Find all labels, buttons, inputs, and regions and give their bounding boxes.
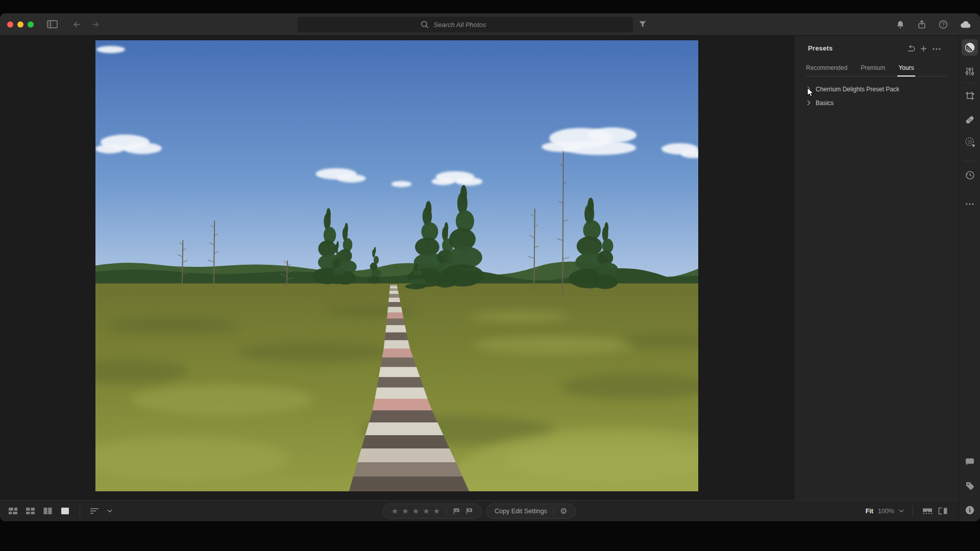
tool-versions-clock-icon[interactable] bbox=[964, 169, 975, 181]
divider bbox=[913, 506, 913, 517]
titlebar: ? bbox=[0, 13, 980, 36]
presets-tabs: Recommended Premium Yours bbox=[806, 36, 947, 77]
tool-healing-icon[interactable] bbox=[964, 114, 975, 126]
content-area: Presets Recommended bbox=[0, 36, 959, 521]
notifications-bell-icon[interactable] bbox=[895, 19, 905, 30]
forward-arrow-icon[interactable] bbox=[90, 20, 101, 29]
close-window-button[interactable] bbox=[7, 21, 13, 28]
preset-group-basics[interactable]: Basics bbox=[795, 96, 959, 110]
copy-edit-settings-button[interactable]: Copy Edit Settings bbox=[495, 508, 547, 515]
lightroom-window: ? bbox=[0, 13, 980, 521]
share-icon[interactable] bbox=[917, 19, 927, 30]
filmstrip-toggle-icon[interactable] bbox=[922, 507, 933, 515]
copy-edit-settings-group: Copy Edit Settings ⚙ bbox=[486, 504, 576, 519]
before-after-view-icon[interactable] bbox=[938, 507, 948, 515]
tab-recommended[interactable]: Recommended bbox=[806, 64, 847, 71]
info-icon[interactable]: i bbox=[964, 505, 975, 516]
zoom-chevron-down-icon[interactable] bbox=[899, 509, 904, 513]
star-icon[interactable]: ★ bbox=[391, 507, 398, 515]
filter-icon[interactable] bbox=[638, 20, 647, 29]
search-bar[interactable] bbox=[298, 17, 633, 32]
search-icon bbox=[421, 20, 429, 29]
tool-presets-icon[interactable] bbox=[962, 39, 978, 56]
tab-yours[interactable]: Yours bbox=[898, 64, 914, 71]
cloud-sync-icon[interactable] bbox=[960, 19, 972, 30]
rating-flag-group: ★★★★★ bbox=[383, 504, 482, 519]
tool-edit-sliders-icon[interactable] bbox=[964, 66, 975, 77]
svg-text:?: ? bbox=[942, 22, 945, 28]
keywords-tag-icon[interactable] bbox=[964, 480, 975, 491]
divider bbox=[553, 507, 554, 515]
chevron-right-icon bbox=[807, 86, 811, 92]
star-icon[interactable]: ★ bbox=[402, 507, 408, 515]
divider bbox=[963, 161, 976, 161]
presets-more-options-icon[interactable] bbox=[932, 47, 941, 51]
reset-presets-icon[interactable] bbox=[906, 45, 915, 53]
sidebar-toggle-icon[interactable] bbox=[47, 20, 58, 29]
view-detail-icon[interactable] bbox=[60, 507, 70, 515]
presets-panel: Presets Recommended bbox=[795, 36, 959, 500]
gear-icon[interactable]: ⚙ bbox=[560, 507, 567, 515]
preset-group-cherrium[interactable]: Cherrium Delights Preset Pack bbox=[795, 82, 959, 96]
presets-panel-title: Presets bbox=[808, 44, 832, 52]
view-square-grid-icon[interactable] bbox=[26, 507, 35, 515]
zoom-fit-button[interactable]: Fit bbox=[866, 508, 873, 515]
photo-boardwalk-bog[interactable] bbox=[95, 40, 698, 491]
sort-icon[interactable] bbox=[90, 507, 100, 515]
tool-crop-icon[interactable] bbox=[964, 90, 975, 102]
view-photo-grid-icon[interactable] bbox=[8, 507, 18, 515]
pick-flag-icon[interactable] bbox=[453, 508, 460, 515]
reject-flag-icon[interactable] bbox=[465, 508, 473, 515]
bottom-toolbar: ★★★★★ Copy Edit Settings bbox=[0, 500, 959, 521]
tool-rail: i bbox=[959, 36, 980, 521]
divider bbox=[963, 83, 976, 83]
minimize-window-button[interactable] bbox=[17, 21, 23, 28]
edit-canvas bbox=[0, 36, 795, 500]
star-icon[interactable]: ★ bbox=[423, 507, 429, 515]
fullscreen-window-button[interactable] bbox=[28, 21, 34, 28]
help-icon[interactable]: ? bbox=[938, 19, 948, 30]
desktop-screen: ? bbox=[0, 0, 980, 551]
comments-chat-icon[interactable] bbox=[964, 457, 975, 467]
tool-masking-icon[interactable] bbox=[964, 136, 975, 147]
star-icon[interactable]: ★ bbox=[412, 507, 419, 515]
divider bbox=[80, 506, 80, 517]
create-preset-plus-icon[interactable] bbox=[920, 45, 927, 53]
divider bbox=[446, 507, 447, 515]
chevron-right-icon bbox=[807, 100, 811, 106]
preset-group-list: Cherrium Delights Preset Pack Basics bbox=[795, 82, 959, 110]
back-arrow-icon[interactable] bbox=[72, 20, 82, 29]
view-compare-icon[interactable] bbox=[43, 507, 53, 515]
sort-chevron-down-icon[interactable] bbox=[107, 509, 112, 513]
tab-premium[interactable]: Premium bbox=[861, 64, 885, 71]
star-icon[interactable]: ★ bbox=[433, 507, 440, 515]
tool-more-icon[interactable] bbox=[965, 203, 974, 206]
star-rating: ★★★★★ bbox=[391, 507, 440, 515]
window-controls bbox=[7, 21, 34, 28]
zoom-level-value[interactable]: 100% bbox=[878, 508, 894, 515]
search-input[interactable] bbox=[434, 21, 510, 29]
